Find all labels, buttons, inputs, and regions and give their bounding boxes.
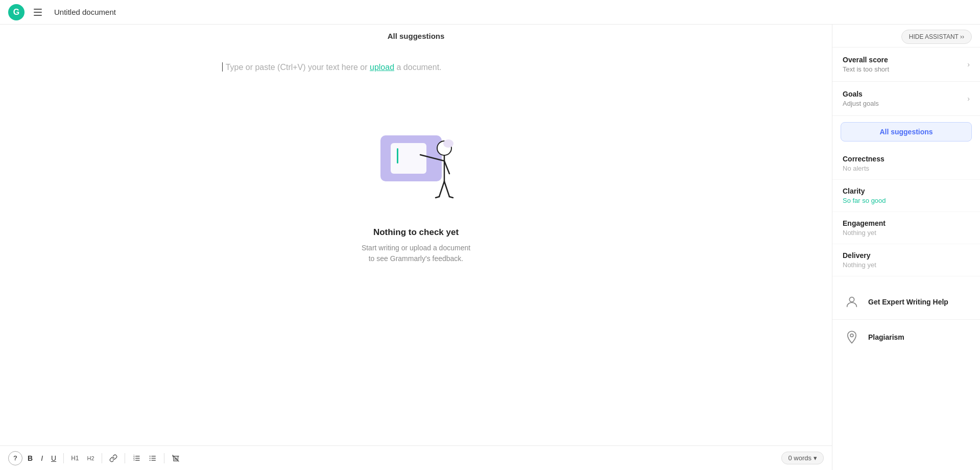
center-heading: All suggestions — [0, 25, 832, 40]
svg-text:3.: 3. — [133, 459, 135, 461]
illustration-svg — [365, 115, 467, 217]
italic-button[interactable]: I — [38, 452, 46, 464]
nothing-to-check-title: Nothing to check yet — [373, 227, 459, 238]
bold-button[interactable]: B — [25, 452, 36, 464]
svg-point-26 — [850, 334, 853, 337]
bottom-toolbar: ? B I U H1 H2 — [0, 445, 832, 470]
svg-rect-1 — [391, 143, 426, 174]
right-panel: HIDE ASSISTANT ›› Overall score Text is … — [832, 25, 980, 470]
svg-line-10 — [436, 197, 439, 198]
svg-line-7 — [444, 161, 449, 174]
category-row-correctness[interactable]: Correctness No alerts — [832, 148, 980, 180]
svg-point-22 — [149, 458, 150, 459]
grammarly-logo[interactable]: G — [8, 4, 25, 20]
svg-line-11 — [449, 197, 453, 198]
unordered-list-button[interactable] — [146, 452, 160, 464]
right-panel-top-bar: HIDE ASSISTANT ›› — [832, 25, 980, 48]
toolbar-separator-2 — [102, 453, 102, 463]
nothing-to-check-subtitle: Start writing or upload a document to se… — [362, 243, 470, 264]
svg-point-4 — [443, 139, 453, 148]
svg-point-23 — [149, 460, 150, 461]
cat-title-delivery: Delivery — [843, 251, 970, 260]
editor-area: All suggestions Type or paste (Ctrl+V) y… — [0, 25, 832, 470]
h1-button[interactable]: H1 — [68, 453, 82, 464]
menu-button[interactable] — [30, 4, 46, 20]
svg-point-25 — [849, 297, 854, 302]
category-row-engagement[interactable]: Engagement Nothing yet — [832, 212, 980, 244]
editor-placeholder: Type or paste (Ctrl+V) your text here or… — [222, 61, 610, 74]
document-title: Untitled document — [54, 8, 116, 16]
category-rows: Correctness No alerts Clarity So far so … — [832, 148, 980, 276]
svg-rect-2 — [397, 148, 398, 163]
goals-chevron: › — [967, 95, 970, 103]
h2-button[interactable]: H2 — [84, 453, 97, 463]
illustration-area: Nothing to check yet Start writing or up… — [222, 115, 610, 264]
goals-card[interactable]: Goals Adjust goals › — [832, 82, 980, 116]
upload-link[interactable]: upload — [370, 63, 394, 72]
overall-score-card[interactable]: Overall score Text is too short › — [832, 48, 980, 82]
svg-line-8 — [439, 181, 444, 197]
ordered-list-button[interactable]: 1. 2. 3. — [129, 452, 144, 464]
cat-subtitle-clarity: So far so good — [843, 197, 970, 204]
toolbar-left: ? B I U H1 H2 — [8, 451, 183, 465]
category-row-clarity[interactable]: Clarity So far so good — [832, 180, 980, 212]
toolbar-separator-3 — [125, 453, 125, 463]
cat-subtitle-engagement: Nothing yet — [843, 229, 970, 237]
plagiarism-title: Plagiarism — [868, 333, 904, 341]
svg-point-21 — [149, 456, 150, 457]
toolbar-separator-1 — [63, 453, 64, 463]
all-suggestions-tab[interactable]: All suggestions — [841, 122, 972, 142]
svg-line-9 — [444, 181, 449, 197]
plagiarism-icon — [843, 328, 861, 346]
main-layout: All suggestions Type or paste (Ctrl+V) y… — [0, 25, 980, 470]
app-container: G Untitled document All suggestions Type… — [0, 0, 980, 470]
underline-button[interactable]: U — [48, 452, 59, 464]
toolbar-separator-4 — [164, 453, 164, 463]
header: G Untitled document — [0, 0, 980, 25]
overall-score-title: Overall score — [843, 56, 889, 64]
overall-score-subtitle: Text is too short — [843, 65, 889, 73]
help-button[interactable]: ? — [8, 451, 22, 465]
cat-subtitle-delivery: Nothing yet — [843, 261, 970, 269]
cat-title-correctness: Correctness — [843, 155, 970, 163]
plagiarism-row[interactable]: Plagiarism — [832, 320, 980, 355]
clear-formatting-button[interactable] — [169, 452, 183, 464]
cursor — [222, 62, 223, 72]
right-panel-content: Overall score Text is too short › Goals … — [832, 48, 980, 470]
expert-writing-row[interactable]: Get Expert Writing Help — [832, 285, 980, 320]
goals-subtitle: Adjust goals — [843, 100, 879, 107]
cat-title-clarity: Clarity — [843, 187, 970, 195]
expert-writing-title: Get Expert Writing Help — [868, 298, 948, 306]
goals-title: Goals — [843, 90, 879, 98]
editor-scroll: Type or paste (Ctrl+V) your text here or… — [0, 40, 832, 445]
word-count-button[interactable]: 0 words ▾ — [781, 452, 824, 464]
overall-score-chevron: › — [967, 60, 970, 68]
expert-icon — [843, 293, 861, 311]
hide-assistant-button[interactable]: HIDE ASSISTANT ›› — [901, 30, 972, 44]
category-row-delivery[interactable]: Delivery Nothing yet — [832, 244, 980, 276]
cat-title-engagement: Engagement — [843, 219, 970, 227]
cat-subtitle-correctness: No alerts — [843, 165, 970, 172]
editor-page: Type or paste (Ctrl+V) your text here or… — [222, 61, 610, 425]
link-button[interactable] — [106, 452, 121, 464]
